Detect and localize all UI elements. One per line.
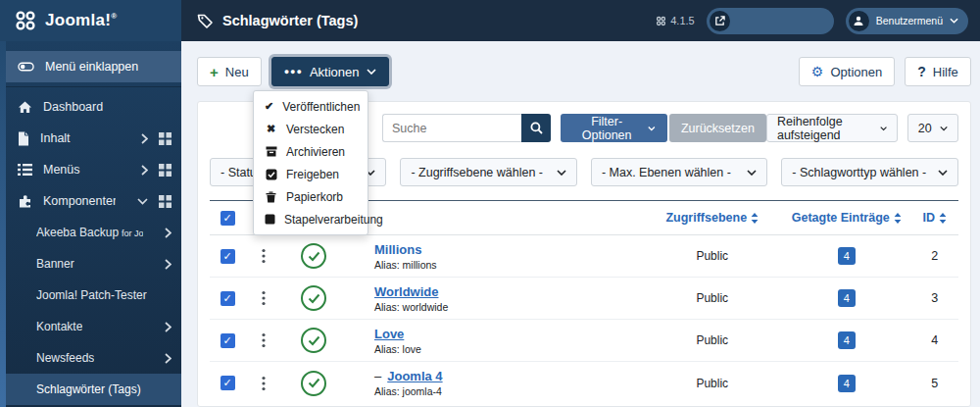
chevron-down-icon xyxy=(880,126,887,131)
sidebar-item-kontakte[interactable]: Kontakte xyxy=(6,311,181,342)
search-icon xyxy=(530,122,543,134)
row-id: 3 xyxy=(911,291,958,305)
sidebar-item-dashboard[interactable]: Dashboard xyxy=(6,91,181,123)
published-status-icon[interactable] xyxy=(301,328,326,353)
drag-handle-icon[interactable] xyxy=(245,376,282,391)
sort-icon xyxy=(939,213,947,224)
column-header-id[interactable]: ID xyxy=(911,211,958,225)
joomla-logo[interactable]: Joomla!® xyxy=(0,0,181,41)
user-menu-button[interactable]: Benutzermenü xyxy=(846,8,968,34)
sidebar-divider xyxy=(6,86,181,87)
help-button[interactable]: ? Hilfe xyxy=(905,57,971,86)
toolbar: + Neu ●●● Aktionen ⚙ Optionen ? Hilfe xyxy=(197,57,971,86)
archive-icon xyxy=(265,146,277,157)
grid-icon[interactable] xyxy=(159,132,172,145)
row-checkbox[interactable]: ✓ xyxy=(220,291,235,306)
sidebar-item-komponenten[interactable]: Komponenten xyxy=(6,185,181,217)
sidebar-item-inhalt[interactable]: Inhalt xyxy=(6,123,181,154)
tag-title-link[interactable]: Worldwide xyxy=(374,284,643,299)
tag-type-filter-select[interactable]: - Schlagworttyp wählen - xyxy=(781,158,957,186)
row-checkbox[interactable]: ✓ xyxy=(220,376,235,390)
reset-button[interactable]: Zurücksetzen xyxy=(669,114,766,142)
nesting-level-dash: – xyxy=(374,369,381,383)
chevron-right-icon xyxy=(165,228,172,238)
drag-handle-icon[interactable] xyxy=(245,332,282,348)
sidebar-item-menus[interactable]: Menüs xyxy=(6,154,181,185)
plus-icon: + xyxy=(210,64,219,80)
search-input[interactable] xyxy=(382,114,521,142)
tagged-count-badge[interactable]: 4 xyxy=(838,331,856,349)
select-all-checkbox[interactable]: ✓ xyxy=(220,211,235,226)
tag-alias: Alias: joomla-4 xyxy=(374,385,643,397)
page-title: Schlagwörter (Tags) xyxy=(197,13,358,29)
chevron-down-icon xyxy=(137,198,148,205)
menu-item-archive[interactable]: Archivieren xyxy=(254,140,368,163)
menu-item-trash[interactable]: Papierkorb xyxy=(254,185,368,208)
list-icon xyxy=(18,164,32,176)
column-header-tagged[interactable]: Getagte Einträge xyxy=(782,211,911,225)
chevron-down-icon xyxy=(950,18,958,24)
row-checkbox[interactable]: ✓ xyxy=(220,333,235,348)
actions-button[interactable]: ●●● Aktionen xyxy=(271,57,389,86)
published-status-icon[interactable] xyxy=(301,243,326,269)
grid-icon[interactable] xyxy=(159,195,172,208)
options-button[interactable]: ⚙ Optionen xyxy=(799,57,895,86)
chevron-down-icon xyxy=(367,69,376,75)
drag-handle-icon[interactable] xyxy=(245,290,282,306)
sort-icon xyxy=(894,213,902,224)
table-row: ✓ –Joomla 4 Alias: joomla-4 Public 4 5 xyxy=(210,362,958,404)
access-level: Public xyxy=(643,377,782,390)
chevron-down-icon xyxy=(648,126,656,131)
row-id: 2 xyxy=(911,249,958,263)
app-title: Joomla!® xyxy=(45,11,117,30)
menu-item-unpublish[interactable]: ✖ Verstecken xyxy=(254,118,368,140)
access-filter-select[interactable]: - Zugriffsebene wählen - xyxy=(400,158,576,186)
table-row: ✓ Worldwide Alias: worldwide Public 4 3 xyxy=(210,278,958,320)
tagged-count-badge[interactable]: 4 xyxy=(838,247,856,265)
sidebar: Menü einklappen Dashboard Inhalt xyxy=(0,41,181,407)
menu-item-batch[interactable]: Stapelverarbeitung xyxy=(254,208,368,230)
sidebar-item-akeeba-backup[interactable]: Akeeba Backupfor Joomla!™ xyxy=(6,217,181,248)
tag-icon xyxy=(197,13,214,29)
menu-item-checkin[interactable]: Freigeben xyxy=(254,163,368,185)
tagged-count-badge[interactable]: 4 xyxy=(838,375,856,392)
table-row: ✓ Love Alias: love Public 4 4 xyxy=(210,320,958,362)
chevron-down-icon xyxy=(938,170,948,176)
file-icon xyxy=(18,131,29,146)
tag-title-link[interactable]: Millions xyxy=(374,242,643,257)
square-icon xyxy=(265,214,275,225)
actions-dropdown-menu: ✔ Veröffentlichen ✖ Verstecken Archivier… xyxy=(253,90,368,235)
tag-title-link[interactable]: Love xyxy=(374,327,643,341)
column-header-access[interactable]: Zugriffsebene xyxy=(643,211,782,225)
grid-icon[interactable] xyxy=(159,164,172,177)
sidebar-item-schlagwoerter[interactable]: Schlagwörter (Tags) xyxy=(6,374,181,405)
new-button[interactable]: + Neu xyxy=(197,57,262,86)
home-icon xyxy=(18,100,32,114)
sidebar-item-banner[interactable]: Banner xyxy=(6,248,181,280)
tag-alias: Alias: worldwide xyxy=(374,301,643,313)
sidebar-item-menu-collapse[interactable]: Menü einklappen xyxy=(6,51,181,82)
site-preview-button[interactable] xyxy=(707,8,834,34)
menu-item-publish[interactable]: ✔ Veröffentlichen xyxy=(254,95,368,118)
ellipsis-icon: ●●● xyxy=(284,67,303,76)
table-row: ✓ Millions Alias: millions Public 4 2 xyxy=(210,235,958,278)
search-button[interactable] xyxy=(521,114,551,142)
tagged-count-badge[interactable]: 4 xyxy=(838,289,856,307)
check-icon: ✔ xyxy=(265,100,273,113)
sidebar-item-newsfeeds[interactable]: Newsfeeds xyxy=(6,342,181,374)
chevron-right-icon xyxy=(165,353,172,364)
x-icon: ✖ xyxy=(265,123,277,135)
sidebar-item-patch-tester[interactable]: Joomla! Patch-Tester xyxy=(6,280,181,311)
tag-alias: Alias: love xyxy=(374,343,643,355)
published-status-icon[interactable] xyxy=(301,371,326,396)
user-icon xyxy=(849,11,869,31)
filter-options-button[interactable]: Filter-Optionen xyxy=(561,114,667,142)
drag-handle-icon[interactable] xyxy=(245,248,282,264)
limit-select[interactable]: 20 xyxy=(907,114,958,142)
row-checkbox[interactable]: ✓ xyxy=(220,249,235,264)
chevron-down-icon xyxy=(747,170,757,176)
published-status-icon[interactable] xyxy=(301,285,326,311)
tag-title-link[interactable]: Joomla 4 xyxy=(387,369,442,383)
sort-select[interactable]: Reihenfolge aufsteigend xyxy=(766,114,898,142)
max-levels-filter-select[interactable]: - Max. Ebenen wählen - xyxy=(591,158,767,186)
